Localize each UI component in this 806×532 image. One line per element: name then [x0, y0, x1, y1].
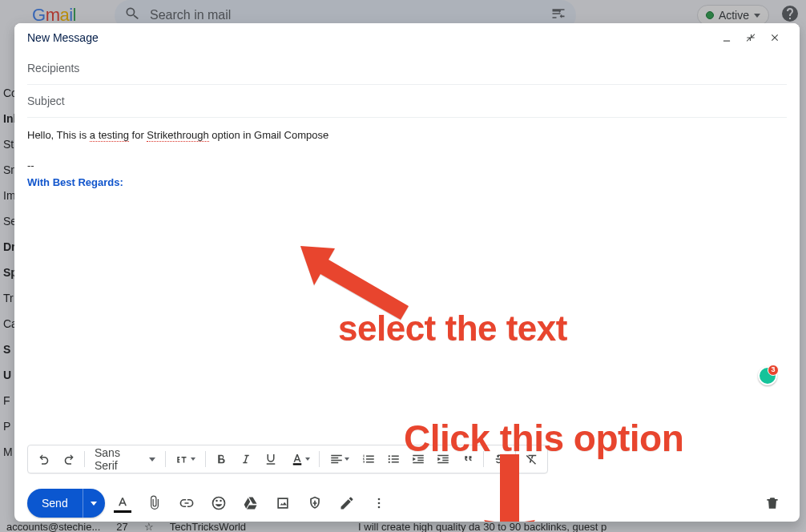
send-options-button[interactable] — [83, 489, 105, 518]
bold-button[interactable] — [209, 446, 234, 472]
bulleted-list-button[interactable] — [381, 446, 405, 472]
spell-error: a testing — [90, 130, 129, 142]
font-family-label: Sans Serif — [95, 446, 144, 472]
signature-separator: -- — [27, 158, 787, 174]
redo-button[interactable] — [56, 446, 81, 472]
compose-window: New Message Recipients Subject Hello, Th… — [14, 23, 800, 522]
send-button[interactable]: Send — [27, 489, 83, 518]
svg-point-4 — [388, 455, 389, 457]
insert-signature-button[interactable] — [332, 489, 361, 518]
chevron-down-icon — [345, 457, 349, 461]
close-button[interactable] — [763, 26, 787, 50]
annotation-text-1: select the text — [338, 302, 567, 355]
svg-marker-1 — [300, 246, 409, 320]
svg-point-6 — [388, 461, 389, 463]
chevron-down-icon — [91, 502, 97, 506]
format-toolbar: Sans Serif — [27, 445, 548, 474]
quote-button[interactable] — [455, 446, 480, 472]
annotation-arrow-1 — [296, 242, 417, 330]
chevron-down-icon — [305, 457, 310, 461]
svg-rect-3 — [292, 463, 301, 465]
insert-photo-button[interactable] — [268, 489, 297, 518]
compose-title: New Message — [27, 31, 99, 44]
underline-button[interactable] — [259, 446, 284, 472]
chevron-down-icon — [149, 457, 155, 461]
chevron-down-icon — [191, 457, 195, 461]
numbered-list-button[interactable] — [356, 446, 381, 472]
insert-drive-button[interactable] — [236, 489, 265, 518]
remove-formatting-button[interactable] — [519, 446, 544, 472]
send-button-group: Send — [27, 489, 105, 518]
font-size-button[interactable] — [169, 446, 202, 472]
compose-header: New Message — [14, 23, 800, 52]
svg-point-5 — [388, 458, 389, 460]
italic-button[interactable] — [234, 446, 259, 472]
more-options-button[interactable] — [365, 489, 393, 518]
spell-error: Strikethrough — [147, 130, 208, 142]
strikethrough-button[interactable] — [487, 446, 512, 472]
undo-button[interactable] — [31, 446, 56, 472]
recipients-field[interactable]: Recipients — [27, 52, 787, 85]
signature-text: With Best Regards: — [27, 175, 787, 191]
svg-point-9 — [377, 506, 380, 509]
exit-fullscreen-button[interactable] — [739, 26, 763, 50]
font-family-selector[interactable]: Sans Serif — [88, 446, 162, 472]
grammarly-badge[interactable]: 3 — [758, 366, 777, 385]
discard-draft-button[interactable] — [758, 489, 787, 518]
svg-point-7 — [377, 498, 380, 501]
text-format-toggle[interactable] — [108, 489, 137, 518]
align-button[interactable] — [323, 446, 356, 472]
svg-point-8 — [377, 502, 380, 505]
body-text: Hello, This is a testing for Strikethrou… — [27, 127, 787, 143]
minimize-button[interactable] — [715, 26, 739, 50]
grammarly-count: 3 — [768, 365, 779, 376]
compose-body[interactable]: Hello, This is a testing for Strikethrou… — [14, 118, 800, 445]
attach-file-button[interactable] — [140, 489, 169, 518]
confidential-mode-button[interactable] — [300, 489, 329, 518]
subject-placeholder: Subject — [27, 85, 787, 117]
text-color-button[interactable] — [284, 446, 316, 472]
svg-rect-0 — [723, 41, 730, 42]
insert-emoji-button[interactable] — [204, 489, 233, 518]
subject-field[interactable]: Subject — [27, 85, 787, 118]
indent-more-button[interactable] — [430, 446, 455, 472]
recipients-placeholder: Recipients — [27, 52, 787, 84]
compose-action-bar: Send — [14, 478, 800, 522]
indent-less-button[interactable] — [405, 446, 430, 472]
insert-link-button[interactable] — [172, 489, 201, 518]
